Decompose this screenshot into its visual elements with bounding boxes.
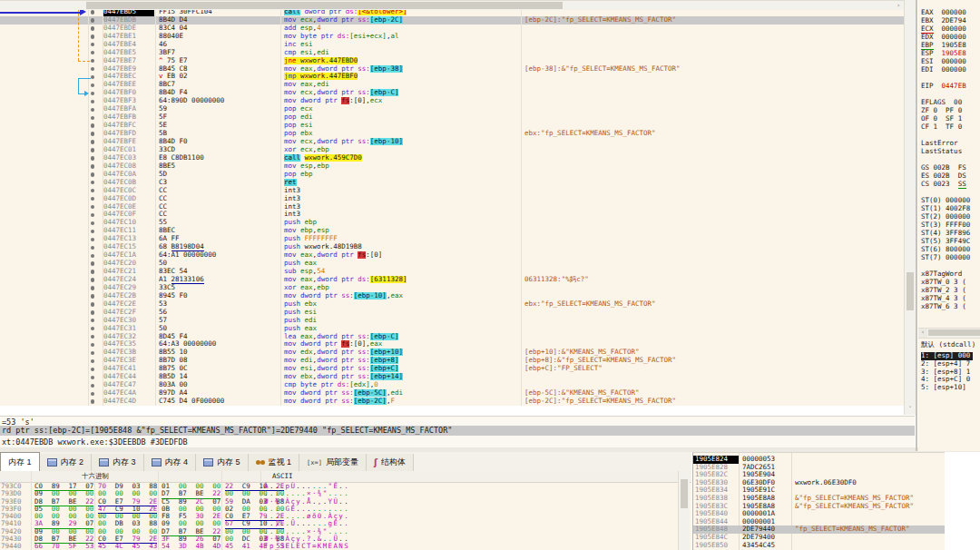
breakpoint-dot[interactable] [91,261,94,265]
register-row[interactable]: x87TW_2 3 ( [921,286,966,294]
register-row[interactable]: CF 1 TF 0 [921,123,962,131]
disasm-row[interactable]: 0447EBFB5Fpop edi [0,113,904,122]
disasm-row[interactable]: 0447EC3B8B55 10mov edx,dword ptr ss:[ebp… [0,349,904,357]
stack-row[interactable]: 1905E8482DE79440"fp_SELECT=KMEANS_MS_FAC… [693,525,945,534]
register-row[interactable]: OF 0 SF 1 [921,114,962,123]
scrollbar-thumb[interactable] [86,2,563,9]
scroll-right-icon[interactable]: › [893,1,904,10]
scrollbar-thumb[interactable] [928,329,980,336]
disasm-row[interactable]: 0447EC1A64:A1 00000000mov eax,dword ptr … [0,251,904,260]
register-row[interactable]: ST(3) FFFF00 [921,221,970,229]
disasm-row[interactable]: 0447EBE7^ 75 E7jne wxwork.447EBD0 [0,57,904,65]
disasm-row[interactable]: 0447EC2050push eax [0,260,904,268]
breakpoint-dot[interactable] [91,230,94,233]
breakpoint-dot[interactable] [91,43,94,46]
stack-row[interactable]: 1905E85043454C45 [693,542,945,550]
breakpoint-dot[interactable] [91,181,94,184]
breakpoint-dot[interactable] [91,51,94,54]
pane-divider[interactable] [916,0,917,451]
disasm-row[interactable]: 0447EC4DC745 D4 0F000000mov dword ptr ss… [0,398,904,406]
breakpoint-dot[interactable] [91,278,94,281]
disasm-row[interactable]: 0447EC328D45 F4lea eax,dword ptr ss:[ebp… [0,333,904,341]
register-row[interactable]: ES 002B DS [921,172,966,180]
register-row[interactable]: x87TagWord [921,270,962,278]
disasm-row[interactable]: 0447EC4A897D A4mov dword ptr ss:[ebp-5C]… [0,389,904,398]
disassembly-pane[interactable]: 0447EBD451push ecx0447EBD5FF15 30FFC104c… [0,0,915,406]
register-row[interactable]: ST(4) 3FF896 [921,229,970,237]
disasm-row[interactable]: 0447EBE53BF7cmp esi,edi [0,49,904,57]
registers-scrollbar[interactable]: ‹ [918,328,980,339]
disasm-row[interactable]: 0447EBFD5Bpop ebxebx:"fp_SELECT=KMEANS_M… [0,130,904,138]
breakpoint-dot[interactable] [91,108,94,112]
tab-内存 5[interactable]: 内存 5 [196,454,249,471]
register-row[interactable]: ST(0) 000000 [921,196,970,204]
breakpoint-dot[interactable] [91,343,94,347]
disasm-row[interactable]: 0447EC0A5Dpop ebp [0,171,904,179]
breakpoint-dot[interactable] [91,221,94,225]
disasm-row[interactable]: 0447EC136A FFpush FFFFFFFF [0,235,904,243]
calling-convention-select[interactable]: 默认 (stdcall) [921,340,975,349]
breakpoint-dot[interactable] [91,205,94,209]
stack-row[interactable]: 1905E83006E30DF0wxwork.06E30DF0 [693,479,945,487]
breakpoint-dot[interactable] [91,148,94,152]
breakpoint-dot[interactable] [91,26,94,30]
register-row[interactable]: x87TW_0 3 ( [921,278,966,286]
breakpoint-dot[interactable] [91,197,94,201]
disasm-row[interactable]: 0447EBEE8BC7mov eax,edi [0,81,904,89]
disasm-row[interactable]: 0447EBF08B4D F4mov ecx,dword ptr ss:[ebp… [0,89,904,97]
breakpoint-dot[interactable] [91,34,94,38]
breakpoint-dot[interactable] [91,10,94,14]
breakpoint-dot[interactable] [91,238,94,241]
breakpoint-dot[interactable] [91,270,94,273]
disasm-row[interactable]: 0447EBDE83C4 04add esp,4 [0,25,904,33]
disasm-row[interactable]: 0447EBE188040Emov byte ptr ds:[esi+ecx],… [0,33,904,41]
disasm-row[interactable]: 0447EC3E8B7D 08mov edi,dword ptr ss:[ebp… [0,357,904,365]
breakpoint-dot[interactable] [91,254,94,258]
breakpoint-dot[interactable] [91,164,94,168]
disasm-row[interactable]: 0447EC3150push eax [0,325,904,333]
disasm-row[interactable]: 0447EBF364:890D 00000000mov dword ptr fs… [0,97,904,105]
register-row[interactable]: ST(7) 000000 [921,253,970,261]
disasm-row[interactable]: 0447EBECv EB 02jmp wxwork.447EBF0 [0,73,904,81]
register-row[interactable]: ESP 1905E8 [921,49,966,57]
register-row[interactable]: EDX 000000 [921,33,966,41]
breakpoint-dot[interactable] [91,116,94,120]
breakpoint-dot[interactable] [91,376,94,379]
register-row[interactable]: EFLAGS 00 [921,98,962,106]
disasm-row[interactable]: 0447EC2183EC 54sub esp,54 [0,268,904,276]
register-row[interactable]: ST(1) 4002F8 [921,204,970,212]
disasm-row[interactable]: 0447EBFC5Epop esi [0,122,904,130]
disasm-row[interactable]: 0447EC0ECCint3 [0,203,904,211]
breakpoint-dot[interactable] [91,75,94,79]
register-row[interactable]: GS 002B FS [921,163,966,172]
scroll-left-icon[interactable]: ‹ [918,329,927,338]
breakpoint-dot[interactable] [91,310,94,314]
tab-局部变量[interactable]: [x=]局部变量 [299,454,367,471]
stack-row[interactable]: 1905E8381905E8A8&"fp_SELECT=KMEANS_MS_FA… [693,495,945,503]
disasm-row[interactable]: 0447EC448B5D 14mov ebx,dword ptr ss:[ebp… [0,373,904,381]
breakpoint-dot[interactable] [91,368,94,371]
disasm-row[interactable]: 0447EBFE8B4D F0mov ecx,dword ptr ss:[ebp… [0,138,904,146]
disasm-row[interactable]: 0447EC0133CDxor ecx,ebp [0,146,904,154]
breakpoint-dot[interactable] [91,59,94,63]
breakpoint-dot[interactable] [91,189,94,192]
disasm-row[interactable]: 0447EC0BC3ret [0,179,904,187]
register-row[interactable]: CS 0023 SS [921,180,966,188]
breakpoint-dot[interactable] [91,132,94,135]
stack-row[interactable]: 1905E8341905E91C [693,486,945,495]
register-row[interactable]: EBX 2DE794 [921,16,966,25]
tab-内存 4[interactable]: 内存 4 [144,454,197,471]
tab-内存 2[interactable]: 内存 2 [40,454,93,471]
disasm-row[interactable]: 0447EBE446inc esi [0,41,904,49]
disasm-row[interactable]: 0447EC0DCCint3 [0,195,904,203]
tab-内存 1[interactable]: 内存 1 [0,452,40,471]
scroll-down-icon[interactable]: ˇ [905,405,916,415]
scrollbar-thumb[interactable] [906,272,914,310]
register-row[interactable]: LastError [921,139,958,147]
stack-row[interactable]: 1905E8287ADC2651 [693,464,945,472]
register-row[interactable]: EBP 1905E8 [921,41,966,49]
register-row[interactable]: ESI 000000 [921,57,966,65]
breakpoint-dot[interactable] [91,92,94,95]
register-row[interactable]: ST(2) 000000 [921,212,970,221]
memory-dump-pane[interactable]: 十六进制 ASCII 793C0C0 89 17 0770 D9 03 8801… [0,471,691,550]
